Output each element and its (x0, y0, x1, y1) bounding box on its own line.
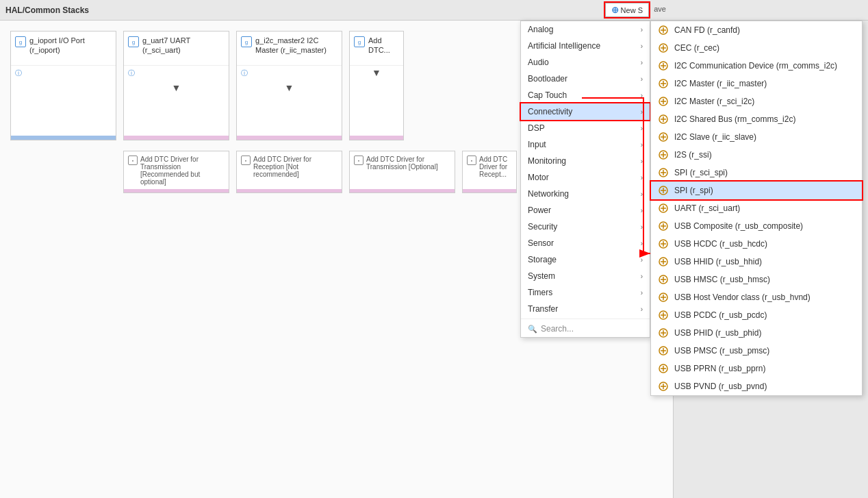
menu-item-captouch[interactable]: Cap Touch › (521, 87, 650, 103)
new-stack-label: New S (621, 6, 643, 14)
menu-item-storage[interactable]: Storage › (521, 251, 650, 268)
submenu-item-usb-hcdc[interactable]: USB HCDC (r_usb_hcdc) (651, 235, 862, 253)
submenu-item-usb-hmsc[interactable]: USB HMSC (r_usb_hmsc) (651, 271, 862, 288)
menu-item-security[interactable]: Security › (521, 219, 650, 235)
dtc-icon: ▪ (241, 155, 251, 165)
stack-card-header: g Add DTC... (350, 32, 403, 66)
submenu-item-usb-hhid[interactable]: USB HHID (r_usb_hhid) (651, 253, 862, 271)
stack-card-ioport: g g_ioport I/O Port (r_ioport) ⓘ (10, 31, 116, 140)
stack-card-i2c: g g_i2c_master2 I2C Master (r_iic_master… (236, 31, 342, 140)
card-footer (124, 136, 229, 140)
stack-card-name: g_ioport I/O Port (r_ioport) (29, 36, 112, 55)
module-icon (658, 327, 669, 338)
submenu-item-cec[interactable]: CEC (r_cec) (651, 39, 862, 57)
down-arrow: ▼ (350, 66, 403, 79)
menu-item-system[interactable]: System › (521, 268, 650, 284)
down-arrow: ▼ (124, 81, 229, 95)
chevron-right-icon: › (641, 26, 643, 34)
submenu-item-usb-pmsc[interactable]: USB PMSC (r_usb_pmsc) (651, 342, 862, 360)
chevron-right-icon: › (641, 273, 643, 280)
chevron-right-icon: › (641, 108, 643, 116)
page-title: HAL/Common Stacks (5, 5, 89, 15)
info-icon[interactable]: ⓘ (237, 66, 342, 81)
menu-item-transfer[interactable]: Transfer › (521, 301, 650, 317)
chevron-right-icon: › (641, 141, 643, 149)
submenu-item-usb-pvnd[interactable]: USB PVND (r_usb_pvnd) (651, 377, 862, 395)
stack-icon: g (128, 36, 139, 47)
submenu-item-usb-pcdc[interactable]: USB PCDC (r_usb_pcdc) (651, 306, 862, 324)
chevron-right-icon: › (641, 207, 643, 214)
search-label: Search... (541, 324, 574, 334)
stack-card-header: g g_ioport I/O Port (r_ioport) (11, 32, 116, 66)
search-row[interactable]: 🔍 Search... (521, 321, 650, 337)
menu-item-connectivity[interactable]: Connectivity › (521, 103, 650, 120)
menu-item-dsp[interactable]: DSP › (521, 120, 650, 136)
menu-item-input[interactable]: Input › (521, 136, 650, 153)
info-icon[interactable]: ⓘ (124, 66, 229, 81)
module-icon (658, 185, 669, 196)
stack-card-name: g_uart7 UART (r_sci_uart) (142, 36, 225, 55)
card-footer (11, 136, 116, 140)
menu-item-audio[interactable]: Audio › (521, 54, 650, 71)
menu-item-timers[interactable]: Timers › (521, 284, 650, 301)
card-footer (350, 136, 403, 140)
submenu-item-usb-phid[interactable]: USB PHID (r_usb_phid) (651, 324, 862, 342)
module-icon (658, 60, 669, 71)
submenu-item-usb-hvnd[interactable]: USB Host Vendor class (r_usb_hvnd) (651, 288, 862, 306)
module-icon (658, 238, 669, 249)
chevron-right-icon: › (641, 59, 643, 66)
connectivity-submenu: CAN FD (r_canfd) CEC (r_cec) I2C Communi… (650, 21, 863, 396)
info-icon[interactable]: ⓘ (11, 66, 116, 81)
submenu-item-i2c-shared[interactable]: I2C Shared Bus (rm_comms_i2c) (651, 110, 862, 128)
chevron-right-icon: › (641, 190, 643, 198)
stack-card-name: Add DTC... (368, 36, 399, 55)
menu-item-analog[interactable]: Analog › (521, 21, 650, 38)
chevron-right-icon: › (641, 223, 643, 231)
menu-item-bootloader[interactable]: Bootloader › (521, 71, 650, 87)
dtc-icon: ▪ (128, 155, 138, 165)
submenu-item-usb-composite[interactable]: USB Composite (r_usb_composite) (651, 217, 862, 235)
submenu-item-i2s[interactable]: I2S (r_ssi) (651, 146, 862, 164)
menu-item-power[interactable]: Power › (521, 202, 650, 219)
module-icon (658, 310, 669, 321)
menu-item-motor[interactable]: Motor › (521, 169, 650, 186)
submenu-item-usb-pprn[interactable]: USB PPRN (r_usb_pprn) (651, 360, 862, 377)
submenu-item-i2c-master-iic[interactable]: I2C Master (r_iic_master) (651, 75, 862, 92)
module-icon (658, 256, 669, 267)
stack-card-uart: g g_uart7 UART (r_sci_uart) ⓘ ▼ (123, 31, 229, 140)
dtc-card-header: ▪ Add DTC Driver for Transmission [Recom… (128, 155, 225, 186)
menu-item-monitoring[interactable]: Monitoring › (521, 153, 650, 169)
save-label: ave (654, 5, 666, 13)
dtc-footer (350, 189, 455, 192)
dtc-footer (237, 189, 342, 192)
chevron-right-icon: › (641, 289, 643, 297)
menu-item-ai[interactable]: Artificial Intelligence › (521, 38, 650, 54)
submenu-item-i2c-slave[interactable]: I2C Slave (r_iic_slave) (651, 128, 862, 146)
module-icon (658, 363, 669, 374)
dtc-card-label: Add DTC Driver for Transmission [Optiona… (366, 155, 450, 171)
stack-icon: g (15, 36, 26, 47)
submenu-item-spi-r[interactable]: SPI (r_spi) (651, 182, 862, 199)
stack-icon: g (241, 36, 252, 47)
new-stack-button[interactable]: ⊕ New S (605, 3, 649, 17)
submenu-item-spi-sci[interactable]: SPI (r_sci_spi) (651, 164, 862, 182)
stack-icon: g (354, 36, 365, 47)
chevron-right-icon: › (641, 256, 643, 264)
submenu-item-uart[interactable]: UART (r_sci_uart) (651, 199, 862, 217)
down-arrow: ▼ (237, 81, 342, 95)
menu-item-networking[interactable]: Networking › (521, 186, 650, 202)
module-icon (658, 167, 669, 178)
submenu-item-i2c-master-sci[interactable]: I2C Master (r_sci_i2c) (651, 92, 862, 110)
menu-item-sensor[interactable]: Sensor › (521, 235, 650, 251)
submenu-item-canfd[interactable]: CAN FD (r_canfd) (651, 21, 862, 39)
stack-card-partial: g Add DTC... ▼ (349, 31, 404, 140)
module-icon (658, 203, 669, 214)
chevron-right-icon: › (641, 92, 643, 99)
dtc-card-header: ▪ Add DTC Driver for Transmission [Optio… (354, 155, 450, 171)
dtc-card-label: Add DTC Driver for Reception [Not recomm… (253, 155, 337, 178)
search-icon: 🔍 (528, 325, 537, 334)
module-icon (658, 42, 669, 53)
chevron-right-icon: › (641, 158, 643, 165)
submenu-item-i2c-comms[interactable]: I2C Communication Device (rm_comms_i2c) (651, 57, 862, 75)
module-icon (658, 292, 669, 303)
